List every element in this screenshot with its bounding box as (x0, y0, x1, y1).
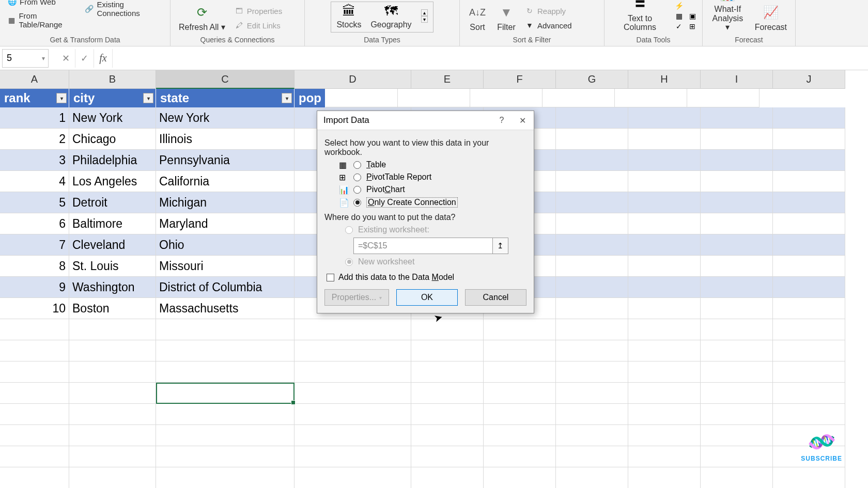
cell-city[interactable]: Chicago (69, 129, 156, 150)
group-queries: Queries & Connections (176, 34, 299, 44)
cell-rank[interactable]: 3 (0, 150, 69, 171)
cell-rank[interactable]: 8 (0, 256, 69, 277)
edit-links-icon: 🖍 (235, 21, 244, 30)
cell-state[interactable]: Ohio (156, 234, 295, 256)
cell-rank[interactable]: 4 (0, 171, 69, 192)
cell-city[interactable]: St. Louis (69, 256, 156, 277)
cell-rank[interactable]: 2 (0, 129, 69, 150)
radio-new-sheet (345, 258, 353, 266)
subscribe-badge[interactable]: 🧬 SUBSCRIBE (801, 431, 842, 462)
cell-rank[interactable]: 10 (0, 298, 69, 319)
ok-button[interactable]: OK (396, 289, 458, 306)
text-to-columns-button[interactable]: 〓 Text to Columns (610, 0, 670, 34)
advanced-filter-button[interactable]: ▼ Advanced (523, 20, 574, 31)
geography-icon: 🗺 (384, 3, 398, 19)
filter-dropdown-icon[interactable]: ▾ (143, 93, 153, 103)
col-header-a[interactable]: A (0, 70, 69, 89)
cell-city[interactable]: Boston (69, 298, 156, 319)
radio-pivot[interactable] (353, 174, 361, 181)
cell-city[interactable]: Detroit (69, 192, 156, 213)
cell-rank[interactable]: 5 (0, 192, 69, 213)
gallery-down-icon[interactable]: ▾ (421, 16, 428, 23)
flash-fill-icon[interactable]: ⚡ (674, 1, 684, 10)
column-headers: A B C D E F G H I J (0, 70, 868, 89)
col-header-g[interactable]: G (556, 70, 628, 89)
existing-conn-label: Existing Connections (97, 0, 163, 18)
th-city[interactable]: city▾ (69, 89, 156, 107)
advanced-icon: ▼ (525, 21, 534, 30)
from-table-label: From Table/Range (19, 11, 76, 29)
col-header-b[interactable]: B (69, 70, 156, 89)
confirm-entry-button[interactable]: ✓ (75, 49, 94, 68)
cell-city[interactable]: Philadelphia (69, 150, 156, 171)
col-header-i[interactable]: I (701, 70, 773, 89)
cell-rank[interactable]: 6 (0, 213, 69, 234)
cell-city[interactable]: New York (69, 107, 156, 129)
cell-state[interactable]: California (156, 171, 295, 192)
cell-city[interactable]: Washington (69, 277, 156, 298)
refresh-all-button[interactable]: ⟳ Refresh All ▾ (176, 1, 228, 34)
cell-rank[interactable]: 9 (0, 277, 69, 298)
group-data-types: Data Types (310, 34, 454, 44)
from-web-button[interactable]: 🌐 From Web (5, 0, 79, 7)
forecast-button[interactable]: 📈 Forecast (752, 1, 790, 34)
radio-pivot-label: PivotTable Report (366, 172, 431, 182)
filter-button[interactable]: ▼ Filter (494, 1, 519, 34)
collapse-dialog-button[interactable]: ↥ (493, 238, 508, 254)
cell-rank[interactable]: 1 (0, 107, 69, 129)
radio-table-label: Table (366, 160, 386, 169)
cell-city[interactable]: Cleveland (69, 234, 156, 256)
col-header-e[interactable]: E (411, 70, 484, 89)
cell-state[interactable]: Illinois (156, 129, 295, 150)
sort-button[interactable]: A↓Z Sort (465, 1, 490, 34)
th-pop[interactable]: pop (295, 89, 326, 107)
radio-table[interactable] (353, 161, 361, 169)
cell-state[interactable]: Massachusetts (156, 298, 295, 319)
cell-state[interactable]: New York (156, 107, 295, 129)
cancel-entry-button[interactable]: ✕ (57, 49, 75, 68)
cell-city[interactable]: Los Angeles (69, 171, 156, 192)
whatif-button[interactable]: 📊 What-If Analysis ▾ (708, 0, 748, 34)
col-header-j[interactable]: J (773, 70, 845, 89)
group-data-tools: Data Tools (610, 34, 697, 44)
data-validation-icon[interactable]: ✓ (674, 22, 684, 31)
from-table-button[interactable]: ▦ From Table/Range (5, 10, 79, 30)
remove-dup-icon[interactable]: ▦ (674, 11, 684, 21)
add-to-model-checkbox[interactable] (327, 274, 334, 281)
cell-reference-input (353, 238, 493, 254)
col-header-c[interactable]: C (156, 70, 295, 89)
col-header-d[interactable]: D (295, 70, 411, 89)
cell-state[interactable]: Pennsylvania (156, 150, 295, 171)
formula-input[interactable] (113, 49, 868, 68)
dialog-prompt-view: Select how you want to view this data in… (324, 138, 526, 157)
help-button[interactable]: ? (494, 114, 509, 127)
cell-state[interactable]: District of Columbia (156, 277, 295, 298)
th-rank[interactable]: rank▾ (0, 89, 69, 107)
radio-chart[interactable] (353, 186, 361, 194)
table-option-icon: ▦ (339, 160, 348, 169)
filter-dropdown-icon[interactable]: ▾ (282, 93, 292, 103)
cell-state[interactable]: Maryland (156, 213, 295, 234)
col-header-f[interactable]: F (484, 70, 556, 89)
dialog-prompt-where: Where do you want to put the data? (324, 213, 526, 222)
consolidate-icon[interactable]: ▣ (688, 11, 697, 21)
close-button[interactable]: ✕ (515, 114, 530, 127)
radio-connection[interactable] (353, 199, 361, 207)
cell-state[interactable]: Missouri (156, 256, 295, 277)
cell-state[interactable]: Michigan (156, 192, 295, 213)
col-header-h[interactable]: H (628, 70, 701, 89)
gallery-up-icon[interactable]: ▴ (421, 9, 428, 16)
ribbon: 🌐 From Web ▦ From Table/Range 🔗 Existing… (0, 0, 868, 46)
name-box[interactable]: 5 (2, 49, 49, 68)
cell-city[interactable]: Baltimore (69, 213, 156, 234)
data-types-gallery[interactable]: 🏛 Stocks 🗺 Geography ▴ ▾ (331, 2, 433, 33)
relationships-icon[interactable]: ⊞ (688, 22, 697, 31)
cell-rank[interactable]: 7 (0, 234, 69, 256)
cancel-button[interactable]: Cancel (465, 289, 526, 306)
insert-function-button[interactable]: fx (94, 49, 113, 68)
filter-dropdown-icon[interactable]: ▾ (56, 93, 67, 103)
th-state[interactable]: state▾ (156, 89, 295, 107)
sort-az-icon: A↓Z (468, 3, 487, 22)
properties-button: 🗔 Properties (233, 5, 284, 17)
existing-connections-button[interactable]: 🔗 Existing Connections (83, 0, 165, 19)
